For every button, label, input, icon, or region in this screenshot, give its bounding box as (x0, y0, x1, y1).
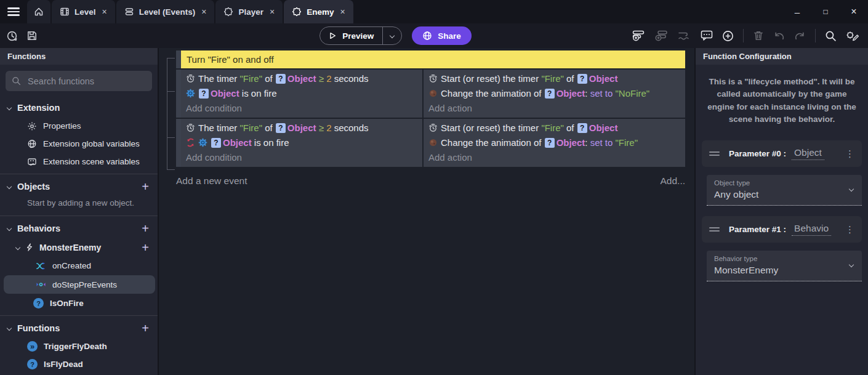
text-segment: "Fire" (616, 135, 638, 150)
sidebar-item-dosteppreevents[interactable]: doStepPreEvents (4, 275, 155, 294)
minimize-button[interactable]: – (783, 7, 811, 17)
comment-text[interactable]: Turn "Fire" on and off (181, 50, 685, 68)
close-tab-icon[interactable]: × (270, 7, 275, 17)
parameter-card-1[interactable]: Parameter #1 : Behavio ⋮ (702, 216, 862, 243)
close-tab-icon[interactable]: × (340, 7, 345, 17)
tab-home[interactable] (27, 0, 50, 23)
section-behaviors[interactable]: Behaviors + (0, 219, 158, 238)
history-icon[interactable] (6, 30, 18, 42)
condition-line[interactable]: The timer "Fire" of Object ≥ 2 seconds (186, 71, 417, 86)
parameter-name-field[interactable]: Object (792, 147, 824, 160)
action-line[interactable]: Change the animation of Object: set to "… (428, 135, 680, 150)
redo-button[interactable] (794, 30, 806, 41)
tab-enemy[interactable]: Enemy × (284, 0, 353, 23)
add-comment-button[interactable] (701, 30, 713, 41)
sidebar-item-triggerflydeath[interactable]: TriggerFlyDeath (0, 337, 158, 355)
object-type-select[interactable]: Object type Any object (707, 175, 862, 206)
tab-player[interactable]: Player × (215, 0, 283, 23)
parameter-menu-icon[interactable]: ⋮ (845, 224, 854, 235)
lightning-icon (25, 243, 34, 252)
actions-column[interactable]: Start (or reset) the timer "Fire" of Obj… (424, 70, 685, 118)
section-extension[interactable]: Extension (0, 99, 158, 117)
add-subevent-button[interactable] (655, 30, 669, 41)
add-other-event-button[interactable] (678, 30, 691, 41)
add-event-button[interactable] (632, 30, 646, 41)
drag-handle-icon[interactable] (709, 150, 720, 158)
parameter-card-0[interactable]: Parameter #0 : Object ⋮ (702, 140, 862, 167)
scene-variables-icon (27, 157, 37, 167)
section-label: Functions (17, 323, 60, 333)
sidebar-item-properties[interactable]: Properties (0, 117, 158, 135)
preview-options-button[interactable] (383, 27, 401, 44)
sidebar-item-extension-global-variables[interactable]: Extension global variables (0, 135, 158, 153)
invert-condition-icon (186, 135, 198, 150)
conditions-column[interactable]: The timer "Fire" of Object ≥ 2 seconds O… (181, 119, 422, 167)
item-label: doStepPreEvents (52, 280, 117, 289)
delete-button[interactable] (753, 30, 764, 41)
sidebar-item-isflydead[interactable]: IsFlyDead (0, 355, 158, 373)
close-tab-icon[interactable]: × (201, 7, 206, 17)
add-new-event-link[interactable]: Add a new event (176, 175, 247, 187)
search-functions-input[interactable] (26, 76, 146, 87)
preview-button[interactable]: Preview (319, 26, 402, 45)
section-objects[interactable]: Objects + (0, 177, 158, 196)
comment-event[interactable]: Turn "Fire" on and off (176, 50, 685, 68)
event-drag-strip[interactable] (176, 70, 181, 118)
parameter-name-field[interactable]: Behavio (792, 223, 831, 236)
save-icon[interactable] (26, 30, 38, 41)
add-object-button[interactable]: + (142, 180, 149, 193)
search-icon (12, 76, 21, 86)
behavior-monsterenemy[interactable]: MonsterEnemy + (0, 238, 158, 257)
functions-sidebar: Functions Extension Properties Extension… (0, 48, 159, 375)
conditions-column[interactable]: The timer "Fire" of Object ≥ 2 seconds O… (181, 70, 422, 118)
text-segment: ≥ (316, 121, 327, 135)
main-menu-button[interactable] (0, 0, 27, 23)
action-line[interactable]: Start (or reset) the timer "Fire" of Obj… (428, 121, 680, 135)
add-action-link[interactable]: Add action (428, 150, 680, 164)
text-segment: The timer (198, 121, 240, 135)
timer-icon (186, 121, 198, 135)
action-line[interactable]: Change the animation of Object: set to "… (428, 86, 680, 101)
add-function-to-behavior-button[interactable]: + (142, 241, 149, 254)
undo-button[interactable] (773, 30, 785, 41)
sidebar-item-oncreated[interactable]: onCreated (0, 257, 158, 275)
sidebar-item-isonfire[interactable]: IsOnFire (0, 294, 158, 312)
standard-event[interactable]: The timer "Fire" of Object ≥ 2 seconds O… (176, 70, 685, 118)
text-segment: Start (or reset) the timer (441, 121, 541, 135)
parameter-menu-icon[interactable]: ⋮ (845, 148, 854, 159)
add-more-link[interactable]: Add... (661, 175, 686, 187)
text-segment: Change the animation of (441, 86, 544, 101)
add-condition-link[interactable]: Add condition (186, 150, 417, 164)
actions-column[interactable]: Start (or reset) the timer "Fire" of Obj… (424, 119, 685, 167)
add-function-button[interactable]: + (142, 322, 149, 334)
action-line[interactable]: Start (or reset) the timer "Fire" of Obj… (428, 71, 680, 86)
add-action-link[interactable]: Add action (428, 101, 680, 115)
lifecycle-shuffle-icon (36, 262, 46, 270)
edit-extension-button[interactable] (846, 30, 859, 42)
search-events-button[interactable] (825, 30, 837, 42)
event-drag-strip[interactable] (176, 50, 181, 68)
behavior-type-select[interactable]: Behavior type MonsterEnemy (707, 251, 862, 281)
event-drag-strip[interactable] (176, 119, 181, 167)
close-window-button[interactable]: × (840, 6, 868, 17)
condition-line[interactable]: The timer "Fire" of Object ≥ 2 seconds (186, 121, 417, 135)
maximize-button[interactable]: □ (811, 7, 840, 16)
search-functions-box[interactable] (6, 71, 152, 91)
share-button[interactable]: Share (412, 26, 472, 45)
preview-button-main[interactable]: Preview (320, 27, 382, 44)
play-icon (328, 31, 337, 40)
section-functions[interactable]: Functions + (0, 319, 158, 337)
add-behavior-button[interactable]: + (142, 222, 149, 235)
drag-handle-icon[interactable] (709, 225, 720, 233)
sidebar-item-extension-scene-variables[interactable]: Extension scene variables (0, 153, 158, 171)
chevron-down-icon (7, 105, 12, 110)
close-tab-icon[interactable]: × (102, 7, 107, 17)
condition-line[interactable]: Object is on fire (186, 86, 417, 101)
toolbar-right (632, 29, 862, 42)
standard-event[interactable]: The timer "Fire" of Object ≥ 2 seconds O… (176, 119, 685, 167)
add-condition-link[interactable]: Add condition (186, 101, 417, 115)
condition-line[interactable]: Object is on fire (186, 135, 417, 150)
choose-event-button[interactable] (722, 30, 734, 42)
tab-level[interactable]: Level × (52, 0, 115, 23)
tab-level-events[interactable]: Level (Events) × (116, 0, 215, 23)
